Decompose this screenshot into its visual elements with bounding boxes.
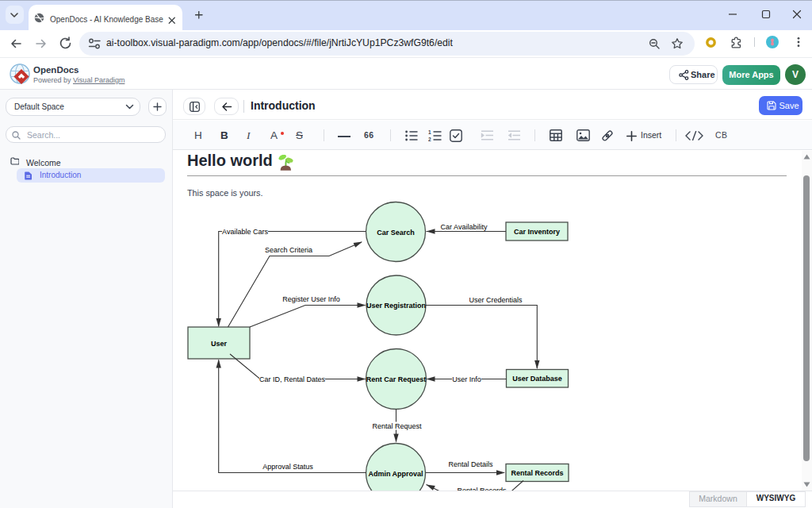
svg-text:1: 1: [428, 129, 431, 135]
svg-text:Rental Details: Rental Details: [448, 460, 493, 468]
svg-text:Car ID, Rental Dates: Car ID, Rental Dates: [259, 375, 326, 383]
svg-text:Approval Status: Approval Status: [262, 463, 313, 471]
svg-text:Rental Records: Rental Records: [511, 469, 563, 477]
svg-text:User: User: [211, 340, 228, 348]
svg-text:Car Search: Car Search: [377, 229, 415, 237]
svg-text:Register User Info: Register User Info: [282, 295, 340, 303]
svg-text:Rental Request: Rental Request: [372, 422, 422, 430]
svg-text:User Registration: User Registration: [366, 302, 426, 310]
svg-text:Car Availability: Car Availability: [441, 223, 488, 231]
svg-text:2: 2: [428, 137, 431, 142]
svg-text:User Database: User Database: [512, 375, 562, 383]
svg-text:Admin Approval: Admin Approval: [368, 470, 423, 478]
svg-text:Search Criteria: Search Criteria: [265, 246, 312, 254]
svg-text:User Info: User Info: [452, 375, 481, 383]
svg-text:Available Cars: Available Cars: [222, 228, 268, 236]
svg-text:Rent Car Request: Rent Car Request: [366, 375, 427, 383]
svg-text:Car Inventory: Car Inventory: [514, 228, 560, 236]
svg-text:User Credentials: User Credentials: [469, 296, 523, 304]
